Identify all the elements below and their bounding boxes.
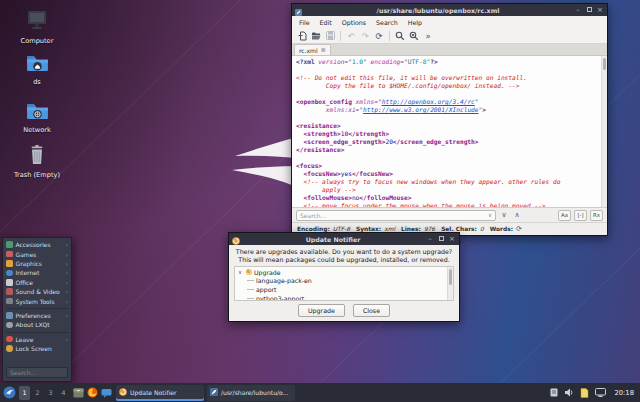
code-line: apply --> bbox=[296, 186, 601, 194]
notes-icon[interactable] bbox=[580, 388, 589, 398]
menu-file[interactable]: File bbox=[294, 19, 315, 26]
preferences-icon bbox=[6, 312, 13, 319]
open-file-icon[interactable] bbox=[310, 30, 322, 42]
dialog-message-line2: This will mean packages could be upgrade… bbox=[229, 256, 459, 264]
reload-icon[interactable]: ⟳ bbox=[373, 30, 385, 42]
code-token-text: 20 bbox=[385, 138, 392, 145]
find-previous-icon[interactable]: ∧ bbox=[512, 211, 522, 219]
search-icon[interactable] bbox=[394, 30, 406, 42]
minimize-button[interactable]: – bbox=[574, 7, 582, 14]
menu-separator bbox=[6, 332, 68, 333]
clipboard-icon[interactable] bbox=[550, 388, 558, 397]
messenger-icon[interactable] bbox=[100, 386, 113, 400]
editor-scrollbar-thumb[interactable] bbox=[603, 58, 606, 70]
whole-word-icon[interactable]: [-] bbox=[574, 210, 587, 221]
menu-item-about-lxqt[interactable]: About LXQt bbox=[3, 320, 71, 329]
menu-item-leave[interactable]: Leave› bbox=[3, 335, 71, 344]
task-button--usr-share-lubuntu-o-[interactable]: /usr/share/lubuntu/o... bbox=[207, 385, 295, 401]
close-button[interactable]: × bbox=[596, 7, 604, 14]
menu-search[interactable]: Search bbox=[371, 19, 403, 26]
menu-item-preferences[interactable]: Preferences› bbox=[3, 311, 71, 320]
tree-root-upgrade[interactable]: ∨Upgrade bbox=[238, 268, 447, 277]
menu-item-system-tools[interactable]: System Tools› bbox=[3, 296, 71, 305]
menu-item-graphics[interactable]: Graphics› bbox=[3, 259, 71, 268]
volume-icon[interactable] bbox=[564, 388, 574, 397]
tree-item-apport[interactable]: apport bbox=[238, 285, 447, 294]
dialog-maximize-button[interactable] bbox=[437, 236, 445, 243]
menu-item-label: Accessories bbox=[16, 241, 51, 248]
code-line bbox=[296, 154, 601, 162]
word-count-refresh-icon[interactable]: ⟳ bbox=[516, 225, 522, 233]
start-menu-button[interactable] bbox=[3, 386, 16, 400]
search-replace-icon[interactable] bbox=[408, 30, 420, 42]
clock[interactable]: 20:18 bbox=[614, 389, 634, 397]
more-tools-icon[interactable]: » bbox=[422, 30, 434, 42]
new-document-icon[interactable] bbox=[296, 30, 308, 42]
update-notifier-dialog: Update Notifier – × There are upgrades a… bbox=[228, 232, 460, 322]
code-editor-area[interactable]: <?xml version="1.0" encoding="UTF-8"?><!… bbox=[292, 56, 601, 207]
tree-expander-icon[interactable]: ∨ bbox=[238, 269, 244, 275]
firefox-icon[interactable] bbox=[86, 386, 99, 400]
code-token-tag: <resistance> bbox=[296, 122, 341, 129]
tree-item-label: python3-apport bbox=[256, 295, 304, 301]
code-token-str: "UTF-8" bbox=[404, 58, 430, 65]
upgrade-node-icon bbox=[246, 269, 252, 276]
task-list: Update Notifier/usr/share/lubuntu/o... bbox=[116, 385, 295, 401]
start-menu: Accessories›Games›Graphics›Internet›Offi… bbox=[2, 237, 72, 382]
menu-item-games[interactable]: Games› bbox=[3, 249, 71, 258]
editor-titlebar[interactable]: /usr/share/lubuntu/openbox/rc.xml – × bbox=[292, 4, 607, 16]
tree-item-language-pack-en[interactable]: language-pack-en bbox=[238, 277, 447, 286]
menu-item-accessories[interactable]: Accessories› bbox=[3, 240, 71, 249]
close-button[interactable]: Close bbox=[353, 304, 390, 317]
code-token-tag: </resistance> bbox=[296, 146, 344, 153]
menu-item-internet[interactable]: Internet› bbox=[3, 268, 71, 277]
editor-scrollbar[interactable] bbox=[601, 56, 607, 207]
menu-item-label: Graphics bbox=[16, 260, 43, 267]
workspace-2[interactable]: 2 bbox=[32, 386, 43, 400]
menu-item-label: Preferences bbox=[16, 312, 51, 319]
games-icon bbox=[6, 251, 13, 258]
file-manager-icon[interactable] bbox=[72, 386, 85, 400]
desktop-icon-computer[interactable]: Computer bbox=[8, 10, 66, 45]
tab-rc-xml[interactable]: rc.xml ⊗ bbox=[294, 44, 331, 55]
update-notifier-icon bbox=[232, 230, 240, 249]
workspace-1[interactable]: 1 bbox=[19, 386, 30, 400]
code-line: <focusNew>yes</focusNew> bbox=[296, 170, 601, 178]
desktop-icon-ds[interactable]: ds bbox=[8, 54, 66, 86]
upgrade-button[interactable]: Upgrade bbox=[298, 304, 345, 317]
tree-scrollbar[interactable] bbox=[447, 267, 453, 300]
code-line bbox=[296, 90, 601, 98]
status-sel-chars-value: 0 bbox=[480, 226, 484, 232]
code-line: <!-- always try to focus new windows whe… bbox=[296, 178, 601, 186]
regex-icon[interactable]: Rx bbox=[590, 210, 603, 221]
tab-close-icon[interactable]: ⊗ bbox=[321, 46, 326, 54]
match-case-icon[interactable]: Aa bbox=[558, 210, 571, 221]
menu-options[interactable]: Options bbox=[337, 19, 371, 26]
menu-item-sound-video[interactable]: Sound & Video› bbox=[3, 287, 71, 296]
menu-help[interactable]: Help bbox=[403, 19, 427, 26]
desktop-icon-trash-empty-[interactable]: Trash (Empty) bbox=[8, 145, 66, 179]
display-icon[interactable] bbox=[595, 388, 606, 397]
computer-icon bbox=[25, 10, 49, 35]
menu-edit[interactable]: Edit bbox=[315, 19, 337, 26]
tree-scrollbar-thumb[interactable] bbox=[449, 269, 452, 285]
dialog-minimize-button[interactable]: – bbox=[426, 236, 434, 243]
maximize-button[interactable] bbox=[585, 7, 593, 14]
workspace-3[interactable]: 3 bbox=[45, 386, 56, 400]
find-next-icon[interactable]: ∨ bbox=[499, 211, 509, 219]
task-button-update-notifier[interactable]: Update Notifier bbox=[116, 385, 204, 401]
workspace-4[interactable]: 4 bbox=[58, 386, 69, 400]
menu-item-office[interactable]: Office› bbox=[3, 278, 71, 287]
dialog-titlebar[interactable]: Update Notifier – × bbox=[229, 233, 459, 245]
code-line: <openbox_config xmlns="http://openbox.or… bbox=[296, 98, 601, 106]
tree-item-label: language-pack-en bbox=[256, 277, 312, 284]
code-token-tag: </screen_edge_strength> bbox=[393, 138, 479, 145]
tree-item-python3-apport[interactable]: python3-apport bbox=[238, 294, 447, 301]
search-input[interactable]: Search... ∨ bbox=[296, 210, 496, 221]
desktop-icon-network[interactable]: Network bbox=[8, 102, 66, 134]
code-token-decl: <?xml bbox=[296, 58, 315, 65]
lock-icon bbox=[6, 345, 13, 352]
dialog-close-button[interactable]: × bbox=[448, 236, 456, 243]
menu-search-input[interactable]: Search... bbox=[6, 367, 68, 378]
menu-item-lock-screen[interactable]: Lock Screen bbox=[3, 344, 71, 353]
